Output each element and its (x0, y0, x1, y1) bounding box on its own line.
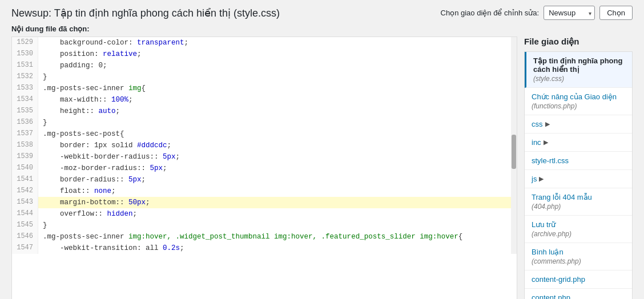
code-line: float:: none; (38, 185, 511, 197)
sidebar-item[interactable]: Lưu trữ(archive.php) (525, 216, 632, 243)
line-number: 1545 (12, 220, 38, 231)
code-table: 1529 background-color: transparent;1530 … (12, 37, 511, 254)
page-title-main: Tập tin định nghĩa phong cách hiển thị (… (54, 7, 280, 19)
sidebar-item-name: Lưu trữ (532, 220, 625, 229)
sidebar: File giao diện Tập tin định nghĩa phong … (524, 37, 633, 299)
code-outer: 1529 background-color: transparent;1530 … (12, 37, 517, 254)
sidebar-item[interactable]: content-grid.php (525, 270, 632, 289)
sidebar-item-name: js (532, 175, 537, 183)
sidebar-item[interactable]: style-rtl.css (525, 152, 632, 170)
code-line: position: relative; (38, 49, 511, 60)
code-line: overflow:: hidden; (38, 208, 511, 220)
theme-select[interactable]: Newsup (544, 6, 595, 20)
sidebar-item-sub: (functions.php) (532, 102, 625, 110)
code-line: background-color: transparent; (38, 37, 511, 49)
folder-expand-icon: ▶ (539, 175, 544, 183)
sidebar-item[interactable]: inc▶ (525, 134, 632, 152)
sidebar-item-sub: (archive.php) (532, 230, 625, 238)
line-number: 1532 (12, 71, 38, 83)
sidebar-item-name: content.php (532, 293, 625, 299)
line-number: 1536 (12, 117, 38, 128)
choose-button[interactable]: Chọn (599, 6, 633, 20)
code-line: .mg-posts-sec-inner img{ (38, 83, 511, 94)
line-number: 1540 (12, 163, 38, 174)
line-number: 1543 (12, 197, 38, 208)
sidebar-item[interactable]: Trang lỗi 404 mẫu(404.php) (525, 188, 632, 216)
scrollbar-thumb (512, 135, 516, 169)
folder-expand-icon: ▶ (545, 120, 550, 128)
line-number: 1538 (12, 140, 38, 151)
theme-selector-label: Chọn giao diện để chỉnh sửa: (441, 9, 540, 17)
sidebar-item-name: Trang lỗi 404 mẫu (532, 193, 625, 201)
line-number: 1529 (12, 37, 38, 49)
code-editor[interactable]: 1529 background-color: transparent;1530 … (12, 37, 511, 254)
line-number: 1534 (12, 94, 38, 106)
code-line: } (38, 117, 511, 128)
line-number: 1546 (12, 231, 38, 243)
sidebar-item[interactable]: content.php (525, 289, 632, 299)
code-line: height:: auto; (38, 106, 511, 117)
top-bar: Newsup: Tập tin định nghĩa phong cách hi… (11, 6, 633, 20)
code-line: padding: 0; (38, 60, 511, 71)
sidebar-items-col: Tập tin định nghĩa phong cách hiển thị(s… (525, 52, 632, 299)
line-number: 1530 (12, 49, 38, 60)
code-line: border: 1px solid #dddcdc; (38, 140, 511, 151)
theme-select-wrapper: Newsup ▾ (544, 6, 595, 20)
sidebar-item-sub: (comments.php) (532, 257, 625, 265)
sidebar-item[interactable]: css▶ (525, 115, 632, 134)
code-line: -moz-border-radius:: 5px; (38, 163, 511, 174)
sidebar-item[interactable]: Bình luận(comments.php) (525, 243, 632, 270)
line-number: 1531 (12, 60, 38, 71)
line-number: 1533 (12, 83, 38, 94)
page-title-prefix: Newsup: (11, 7, 54, 19)
sidebar-item-name: style-rtl.css (532, 156, 625, 165)
code-line: max-width:: 100%; (38, 94, 511, 106)
sidebar-item-name: content-grid.php (532, 275, 625, 284)
sidebar-item-name: Bình luận (532, 248, 625, 256)
sidebar-item-sub: (404.php) (532, 203, 625, 211)
code-line: border-radius:: 5px; (38, 174, 511, 185)
sidebar-item[interactable]: Tập tin định nghĩa phong cách hiển thị(s… (525, 52, 632, 88)
sidebar-title: File giao diện (524, 37, 633, 47)
line-number: 1539 (12, 151, 38, 163)
sidebar-item-name: Chức năng của Giao diện (532, 92, 625, 101)
sidebar-item[interactable]: Chức năng của Giao diện(functions.php) (525, 88, 632, 115)
code-line: margin-bottom:: 50px; (38, 197, 511, 208)
code-editor-wrapper: 1529 background-color: transparent;1530 … (11, 37, 517, 299)
line-number: 1547 (12, 243, 38, 254)
theme-selector: Chọn giao diện để chỉnh sửa: Newsup ▾ Ch… (441, 6, 633, 20)
code-line: .mg-posts-sec-post{ (38, 128, 511, 140)
sidebar-box: Tập tin định nghĩa phong cách hiển thị(s… (524, 51, 633, 299)
line-number: 1535 (12, 106, 38, 117)
file-label: Nội dung file đã chọn: (11, 25, 633, 33)
code-line: -webkit-transition: all 0.2s; (38, 243, 511, 254)
sidebar-item-name: Tập tin định nghĩa phong cách hiển thị (533, 56, 625, 74)
line-number: 1541 (12, 174, 38, 185)
page-title: Newsup: Tập tin định nghĩa phong cách hi… (11, 7, 280, 19)
vertical-scrollbar[interactable] (511, 37, 517, 254)
main-content: 1529 background-color: transparent;1530 … (11, 37, 633, 299)
sidebar-item[interactable]: js▶ (525, 170, 632, 188)
code-line: } (38, 71, 511, 83)
code-line: -webkit-border-radius:: 5px; (38, 151, 511, 163)
sidebar-item-name: css (532, 120, 543, 128)
code-line: } (38, 220, 511, 231)
line-number: 1544 (12, 208, 38, 220)
line-number: 1542 (12, 185, 38, 197)
sidebar-item-sub: (style.css) (533, 75, 625, 83)
page-wrapper: Newsup: Tập tin định nghĩa phong cách hi… (0, 0, 644, 299)
code-line: .mg-posts-sec-inner img:hover, .widget_p… (38, 231, 511, 243)
sidebar-item-name: inc (532, 138, 541, 147)
folder-expand-icon: ▶ (544, 139, 548, 146)
line-number: 1537 (12, 128, 38, 140)
